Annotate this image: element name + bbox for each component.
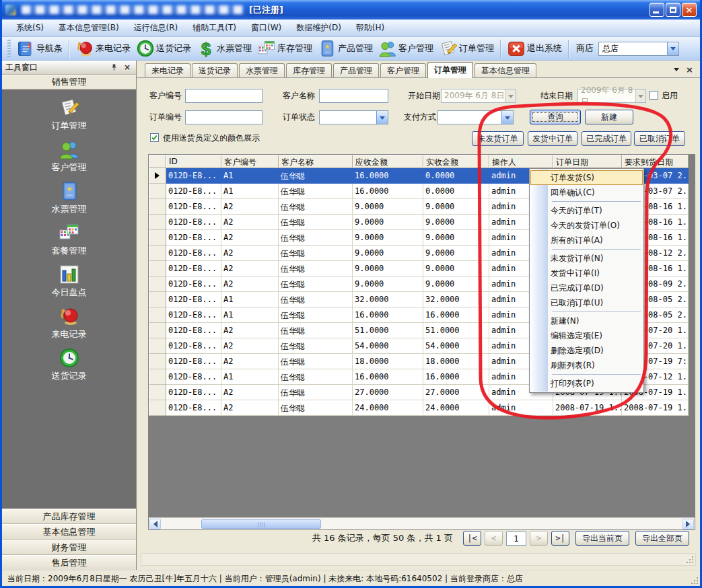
sidebar-item-package-management[interactable]: 套餐管理	[2, 219, 136, 260]
tab-inventory[interactable]: 库存管理	[286, 63, 332, 77]
sidebar-item-delivery-records[interactable]: 送货记录	[2, 344, 136, 385]
context-menu-item-unshipped-orders[interactable]: 未发货订单(N)	[530, 251, 643, 266]
color-display-checkbox[interactable]	[150, 133, 159, 142]
maximize-button[interactable]	[666, 3, 680, 17]
pin-icon[interactable]	[108, 63, 119, 73]
sidebar-item-today-inventory[interactable]: 今日盘点	[2, 260, 136, 302]
chevron-down-icon[interactable]	[505, 89, 516, 102]
table-row[interactable]: 012D-E8...A2伍华聪24.000024.0000admin2008-0…	[149, 400, 695, 416]
row-selector[interactable]	[149, 246, 166, 261]
sidebar-item-call-records[interactable]: 来电记录	[2, 302, 136, 344]
row-selector[interactable]	[149, 261, 166, 277]
scroll-right-icon[interactable]	[682, 519, 694, 529]
customer-no-input[interactable]	[185, 89, 262, 103]
toolbar-grip[interactable]	[7, 40, 11, 57]
order-status-filter-button[interactable]: 已完成订单	[582, 131, 631, 146]
order-no-input[interactable]	[185, 110, 262, 124]
tab-order[interactable]: 订单管理	[427, 62, 473, 78]
last-page-button[interactable]: >|	[551, 531, 569, 546]
prev-page-button[interactable]: <	[485, 531, 503, 546]
context-menu-item-today-shipped-orders[interactable]: 今天的发货订单(O)	[530, 218, 643, 233]
row-selector[interactable]	[149, 199, 166, 215]
order-status-filter-button[interactable]: 未发货订单	[472, 131, 524, 146]
toolbar-order-button[interactable]: 订单管理	[436, 38, 497, 59]
tab-call-records[interactable]: 来电记录	[145, 63, 190, 77]
resize-grip-icon[interactable]	[691, 577, 699, 585]
context-menu-item-completed-orders[interactable]: 已完成订单(D)	[530, 281, 643, 295]
toolbar-customer-button[interactable]: 客户管理	[376, 38, 436, 59]
end-date-picker[interactable]: 2009年 6月 8日	[577, 89, 646, 103]
context-menu-item-receipt-confirm[interactable]: 回单确认(C)	[530, 185, 643, 200]
minimize-button[interactable]	[650, 3, 664, 17]
first-page-button[interactable]: |<	[463, 531, 481, 546]
toolbar-delivery-records-button[interactable]: 送货记录	[133, 38, 194, 59]
start-date-picker[interactable]: 2009年 6月 8日	[441, 89, 516, 103]
sidebar-item-water-ticket-management[interactable]: 水票管理	[2, 177, 136, 219]
toolbar-call-records-button[interactable]: 来电记录	[73, 38, 133, 59]
context-menu-item-all-orders[interactable]: 所有的订单(A)	[530, 233, 643, 248]
page-number-input[interactable]: 1	[506, 531, 526, 546]
tab-list-dropdown-icon[interactable]	[674, 68, 679, 74]
column-header[interactable]: 操作人	[489, 155, 553, 168]
export-current-page-button[interactable]: 导出当前页	[575, 531, 629, 546]
menu-item-basic-info[interactable]: 基本信息管理(B)	[51, 20, 127, 36]
shop-combobox[interactable]: 总店	[598, 42, 679, 56]
toolbar-navigator-button[interactable]: 导航条	[13, 38, 65, 59]
new-button[interactable]: 新建	[585, 110, 633, 124]
menu-item-data-maintenance[interactable]: 数据维护(D)	[289, 20, 349, 36]
context-menu-item-refresh-list[interactable]: 刷新列表(R)	[530, 358, 643, 373]
sidebar-group-0[interactable]: 产品库存管理	[2, 509, 136, 524]
sidebar-group-3[interactable]: 售后管理	[2, 555, 136, 571]
row-selector[interactable]	[149, 215, 166, 230]
row-selector[interactable]	[149, 277, 166, 292]
sidebar-group-2[interactable]: 财务管理	[2, 540, 136, 555]
horizontal-scrollbar[interactable]	[149, 517, 695, 529]
chevron-down-icon[interactable]	[667, 42, 678, 55]
tab-close-icon[interactable]: ×	[686, 66, 693, 74]
chevron-down-icon[interactable]	[501, 111, 513, 124]
menu-item-system[interactable]: 系统(S)	[9, 20, 51, 36]
toolbar-water-ticket-button[interactable]: $水票管理	[194, 38, 254, 59]
sidebar-item-order-management[interactable]: 订单管理	[2, 94, 136, 135]
menu-item-help[interactable]: 帮助(H)	[349, 20, 392, 36]
customer-name-input[interactable]	[319, 89, 388, 103]
context-menu-item-edit-selected[interactable]: 编辑选定项(E)	[530, 328, 643, 343]
row-selector[interactable]	[149, 385, 166, 400]
row-selector[interactable]	[149, 400, 166, 416]
context-menu-item-print-list[interactable]: 打印列表(P)	[530, 376, 643, 391]
row-selector[interactable]	[149, 168, 166, 184]
toolbar-exit-button[interactable]: 退出系统	[504, 38, 565, 59]
export-all-pages-button[interactable]: 导出全部页	[635, 531, 689, 546]
context-menu-item-cancelled-orders[interactable]: 已取消订单(U)	[530, 295, 643, 310]
row-selector[interactable]	[149, 230, 166, 246]
sidebar-group-sales[interactable]: 销售管理	[2, 75, 136, 89]
context-menu-item-shipping-orders[interactable]: 发货中订单(I)	[530, 266, 643, 281]
column-header[interactable]: ID	[166, 155, 221, 168]
row-selector[interactable]	[149, 323, 166, 338]
row-selector[interactable]	[149, 338, 166, 354]
row-selector[interactable]	[149, 369, 166, 385]
column-header[interactable]: 客户编号	[221, 155, 279, 168]
pay-method-combobox[interactable]	[437, 110, 514, 124]
tab-customer[interactable]: 客户管理	[380, 63, 426, 77]
tab-basic-info[interactable]: 基本信息管理	[475, 63, 536, 77]
enable-checkbox[interactable]	[650, 91, 658, 100]
scrollbar-thumb[interactable]	[201, 519, 321, 529]
column-header[interactable]: 要求到货日期	[622, 155, 689, 168]
context-menu-item-order-ship[interactable]: 订单发货(S)	[530, 170, 643, 185]
tab-water-ticket[interactable]: 水票管理	[239, 63, 285, 77]
order-status-filter-button[interactable]: 发货中订单	[528, 131, 577, 146]
order-status-combobox[interactable]	[319, 110, 388, 124]
close-button[interactable]: ×	[682, 3, 697, 17]
tab-product[interactable]: 产品管理	[333, 63, 379, 77]
close-icon[interactable]: ×	[122, 63, 133, 73]
row-selector[interactable]	[149, 307, 166, 323]
context-menu-item-today-orders[interactable]: 今天的订单(T)	[530, 203, 643, 218]
column-header[interactable]: 订单日期	[553, 155, 622, 168]
sidebar-group-1[interactable]: 基本信息管理	[2, 524, 136, 540]
column-header[interactable]: 客户名称	[279, 155, 353, 168]
context-menu-item-new[interactable]: 新建(N)	[530, 314, 643, 328]
menu-item-window[interactable]: 窗口(W)	[244, 20, 289, 36]
column-header[interactable]: 应收金额	[353, 155, 423, 168]
sidebar-item-customer-management[interactable]: 客户管理	[2, 135, 136, 177]
